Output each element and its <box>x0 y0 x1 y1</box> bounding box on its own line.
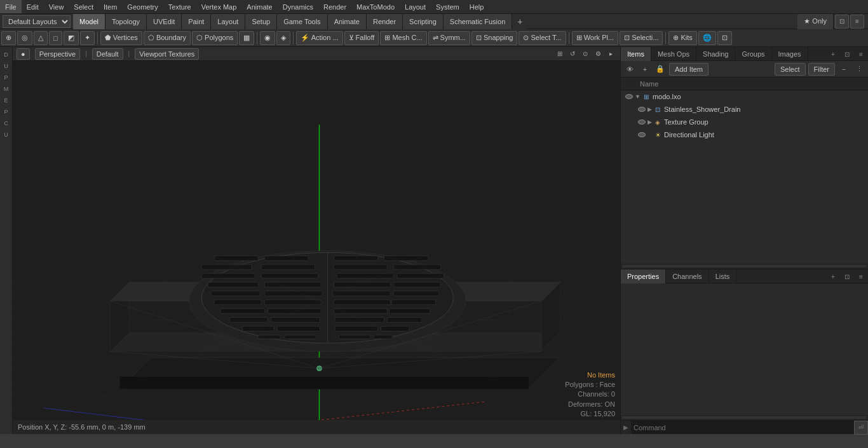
filter-btn[interactable]: Filter <box>808 63 835 76</box>
menu-edit[interactable]: Edit <box>22 0 44 13</box>
layout-select[interactable]: Default Layouts <box>3 15 71 28</box>
tab-add-button[interactable]: + <box>512 14 527 29</box>
panel-add-icon[interactable]: + <box>826 47 840 61</box>
item-vis-texgroup[interactable] <box>636 116 648 128</box>
props-expand-icon[interactable]: ⊡ <box>840 269 854 283</box>
boundary-btn[interactable]: ⬠ Boundary <box>144 31 191 45</box>
tab-layout[interactable]: Layout <box>211 14 245 29</box>
tab-render[interactable]: Render <box>367 14 403 29</box>
items-settings-icon[interactable]: ⋮ <box>853 63 865 76</box>
tab-animate[interactable]: Animate <box>328 14 367 29</box>
items-vis-icon[interactable]: 👁 <box>623 63 636 76</box>
polygons-btn[interactable]: ⬡ Polygons <box>192 31 238 45</box>
sidebar-icon-7[interactable]: C <box>1 118 11 128</box>
props-tab-properties[interactable]: Properties <box>621 269 666 283</box>
fullscreen-btn[interactable]: ⊡ <box>717 31 732 45</box>
sidebar-icon-3[interactable]: P <box>1 72 11 83</box>
vp-icon-1[interactable]: ⊞ <box>554 48 566 60</box>
list-item-root[interactable]: ▼ ⊞ modo.lxo <box>621 90 868 103</box>
panel-expand-icon[interactable]: ⊡ <box>840 47 854 61</box>
vp-icon-2[interactable]: ↺ <box>567 48 578 60</box>
vp-icon-3[interactable]: ⊙ <box>580 48 591 60</box>
tab-items[interactable]: Items <box>621 47 651 61</box>
sidebar-icon-6[interactable]: P <box>1 107 11 117</box>
menu-select[interactable]: Select <box>69 0 98 13</box>
tab-schematic-fusion[interactable]: Schematic Fusion <box>444 14 512 29</box>
tab-images[interactable]: Images <box>772 47 808 61</box>
selecti-btn[interactable]: ⊡ Selecti... <box>620 31 663 45</box>
menu-vertex-map[interactable]: Vertex Map <box>196 0 242 13</box>
snapping-btn[interactable]: ⊡ Snapping <box>471 31 518 45</box>
settings-icon[interactable]: ≡ <box>850 15 864 29</box>
props-hscroll[interactable] <box>621 415 868 420</box>
symm-btn[interactable]: ⇌ Symm... <box>428 31 470 45</box>
tab-mesh-ops[interactable]: Mesh Ops <box>651 47 696 61</box>
kits-btn[interactable]: ⊕ Kits <box>668 31 696 45</box>
action-mode-btn[interactable]: ✦ <box>80 31 95 45</box>
menu-maxtomode[interactable]: MaxToModo <box>351 0 400 13</box>
falloff-btn[interactable]: ⊻ Falloff <box>344 31 379 45</box>
menu-texture[interactable]: Texture <box>163 0 196 13</box>
origin-btn[interactable]: ◎ <box>17 31 32 45</box>
menu-dynamics[interactable]: Dynamics <box>278 0 318 13</box>
list-item-light[interactable]: ▶ ☀ Directional Light <box>621 128 868 141</box>
menu-layout[interactable]: Layout <box>400 0 431 13</box>
vp-icon-5[interactable]: ▸ <box>605 48 616 60</box>
tab-model[interactable]: Model <box>73 14 105 29</box>
item-vis-mesh[interactable] <box>636 104 648 115</box>
tab-topology[interactable]: Topology <box>105 14 147 29</box>
props-add-icon[interactable]: + <box>826 269 840 283</box>
menu-render[interactable]: Render <box>318 0 351 13</box>
maximize-icon[interactable]: ⊡ <box>835 15 849 29</box>
world-btn[interactable]: ⊕ <box>1 31 16 45</box>
list-item-texgroup[interactable]: ▶ ◈ Texture Group <box>621 116 868 128</box>
viewport-mode-btn[interactable]: ● <box>17 48 30 60</box>
vertices-btn[interactable]: ⬟ Vertices <box>100 31 142 45</box>
tab-game-tools[interactable]: Game Tools <box>277 14 328 29</box>
item-vis-light[interactable] <box>636 129 648 140</box>
sidebar-icon-1[interactable]: D <box>1 50 11 60</box>
select-mode-btn[interactable]: ◩ <box>64 31 79 45</box>
props-tab-lists[interactable]: Lists <box>709 269 737 283</box>
tab-scripting[interactable]: Scripting <box>403 14 444 29</box>
menu-geometry[interactable]: Geometry <box>122 0 163 13</box>
mesh-c-btn[interactable]: ⊞ Mesh C... <box>380 31 426 45</box>
tab-shading[interactable]: Shading <box>696 47 735 61</box>
vertex-mode-btn[interactable]: △ <box>34 31 48 45</box>
sidebar-icon-5[interactable]: E <box>1 95 11 105</box>
select-btn[interactable]: Select <box>775 63 806 76</box>
command-submit-btn[interactable]: ⏎ <box>854 421 868 435</box>
perspective-btn[interactable]: Perspective <box>35 48 80 60</box>
sidebar-icon-4[interactable]: M <box>1 84 11 94</box>
menu-animate[interactable]: Animate <box>241 0 277 13</box>
globe-btn[interactable]: 🌐 <box>698 31 716 45</box>
panel-menu-icon[interactable]: ≡ <box>854 47 868 61</box>
tab-setup[interactable]: Setup <box>245 14 277 29</box>
action-btn[interactable]: ⚡ Action ... <box>296 31 342 45</box>
item-vis-root[interactable] <box>623 91 635 102</box>
select-t-btn[interactable]: ⊙ Select T... <box>519 31 566 45</box>
item-arrow-mesh[interactable]: ▶ <box>648 106 652 112</box>
tab-uvedit[interactable]: UVEdit <box>147 14 182 29</box>
items-minus-icon[interactable]: − <box>837 63 850 76</box>
viewport-canvas[interactable]: Y X Z No Items Polygons : Face Channels:… <box>13 61 620 434</box>
edge-mode-btn[interactable]: □ <box>49 31 62 45</box>
tab-paint[interactable]: Paint <box>182 14 211 29</box>
props-tab-channels[interactable]: Channels <box>666 269 709 283</box>
menu-help[interactable]: Help <box>465 0 489 13</box>
item-arrow-root[interactable]: ▼ <box>635 93 641 100</box>
items-add-icon[interactable]: + <box>639 63 651 76</box>
props-menu-icon[interactable]: ≡ <box>854 269 868 283</box>
sidebar-icon-2[interactable]: U <box>1 61 11 71</box>
menu-view[interactable]: View <box>44 0 69 13</box>
cube-btn[interactable]: ◈ <box>276 31 290 45</box>
mesh-shape-btn[interactable]: ▦ <box>239 31 254 45</box>
command-input[interactable] <box>631 421 854 434</box>
list-item-mesh[interactable]: ▶ ⊡ Stainless_Shower_Drain <box>621 103 868 116</box>
display-btn[interactable]: Viewport Textures <box>135 48 199 60</box>
work-pl-btn[interactable]: ⊞ Work Pl... <box>572 31 619 45</box>
items-hscroll[interactable] <box>621 264 868 269</box>
vp-icon-4[interactable]: ⚙ <box>592 48 604 60</box>
star-only-btn[interactable]: ★ Only <box>797 14 834 29</box>
add-item-btn[interactable]: Add Item <box>669 63 709 76</box>
